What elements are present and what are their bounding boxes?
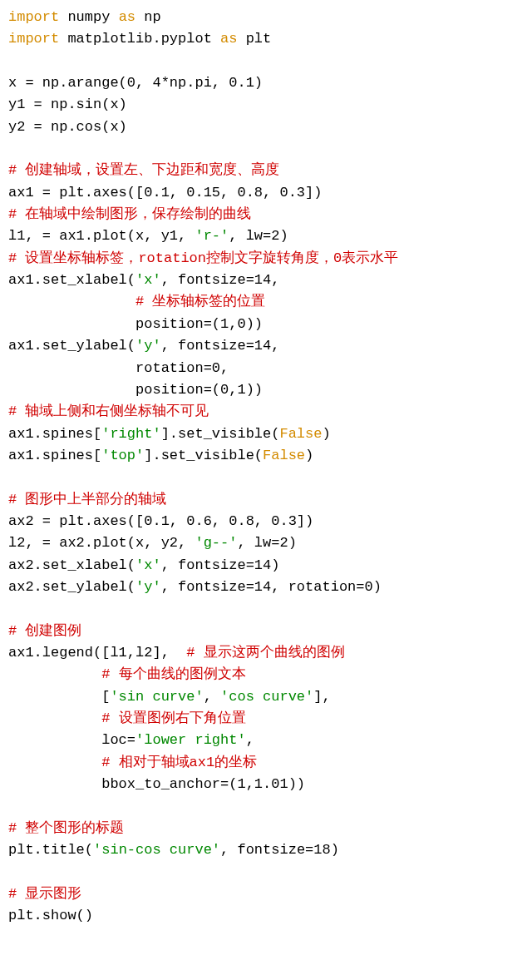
string-token: 'g--' xyxy=(195,535,237,551)
code-token: ].set_visible( xyxy=(161,426,280,442)
code-token: ], xyxy=(313,689,330,705)
code-token: np xyxy=(135,9,161,25)
code-token: ax1.spines[ xyxy=(8,426,101,442)
code-token: plt xyxy=(237,31,271,47)
comment-token: # 图形中上半部分的轴域 xyxy=(8,492,166,507)
code-token: l1, = ax1.plot(x, y1, xyxy=(8,228,195,244)
code-token: , fontsize=14, xyxy=(161,272,280,288)
code-token: loc= xyxy=(8,732,135,748)
string-token: 'r-' xyxy=(195,228,229,244)
string-token: 'y' xyxy=(135,338,161,354)
code-token: y2 = np.cos(x) xyxy=(8,119,127,135)
comment-token: # 创建轴域，设置左、下边距和宽度、高度 xyxy=(8,162,279,178)
code-token: , fontsize=14) xyxy=(161,557,280,573)
code-token xyxy=(8,666,101,682)
string-token: 'sin-cos curve' xyxy=(93,842,220,858)
comment-token: # 创建图例 xyxy=(8,623,81,639)
string-token: 'top' xyxy=(101,448,144,463)
code-token: , fontsize=18) xyxy=(220,842,339,858)
code-token: ].set_visible( xyxy=(144,448,263,463)
comment-token: # 显示图形 xyxy=(8,886,81,902)
code-token: ax2 = plt.axes([0.1, 0.6, 0.8, 0.3]) xyxy=(8,513,313,529)
keyword-token: import xyxy=(8,31,59,47)
comment-token: # 设置坐标轴标签，rotation控制文字旋转角度，0表示水平 xyxy=(8,250,398,266)
code-token: matplotlib.pyplot xyxy=(59,31,220,47)
code-token: ax1 = plt.axes([0.1, 0.15, 0.8, 0.3]) xyxy=(8,185,322,200)
code-token: position=(0,1)) xyxy=(8,382,263,398)
comment-token: # 显示这两个曲线的图例 xyxy=(186,645,344,661)
code-token: [ xyxy=(8,689,110,705)
code-token: ax2.set_xlabel( xyxy=(8,557,135,573)
code-token: x = np.arange(0, 4*np.pi, 0.1) xyxy=(8,75,263,91)
code-token: ) xyxy=(305,448,313,463)
code-token: rotation=0, xyxy=(8,360,229,376)
string-token: 'cos curve' xyxy=(220,689,313,705)
keyword-token: import xyxy=(8,9,59,25)
string-token: 'y' xyxy=(135,579,161,595)
keyword-token: as xyxy=(220,31,237,47)
code-token: ax1.set_ylabel( xyxy=(8,338,135,354)
code-token: ) xyxy=(322,426,330,442)
constant-token: False xyxy=(263,448,305,463)
code-token: plt.show() xyxy=(8,908,93,923)
code-token: plt.title( xyxy=(8,842,93,858)
comment-token: # 坐标轴标签的位置 xyxy=(135,294,265,309)
code-token: position=(1,0)) xyxy=(8,316,263,332)
comment-token: # 相对于轴域ax1的坐标 xyxy=(101,755,257,770)
code-token: ax1.set_xlabel( xyxy=(8,272,135,288)
code-token: ax1.spines[ xyxy=(8,448,101,463)
code-token: numpy xyxy=(59,9,118,25)
comment-token: # 整个图形的标题 xyxy=(8,820,124,836)
code-token: , xyxy=(246,732,254,748)
code-token: , fontsize=14, rotation=0) xyxy=(161,579,382,595)
comment-token: # 在轴域中绘制图形，保存绘制的曲线 xyxy=(8,206,251,222)
string-token: 'lower right' xyxy=(135,732,246,748)
keyword-token: as xyxy=(119,9,135,25)
code-token: , lw=2) xyxy=(229,228,288,244)
code-token xyxy=(8,755,101,770)
code-token: l2, = ax2.plot(x, y2, xyxy=(8,535,195,551)
constant-token: False xyxy=(279,426,322,442)
string-token: 'x' xyxy=(135,557,161,573)
string-token: 'right' xyxy=(101,426,160,442)
string-token: 'sin curve' xyxy=(110,689,203,705)
code-token: bbox_to_anchor=(1,1.01)) xyxy=(8,776,305,792)
code-token: , lw=2) xyxy=(237,535,296,551)
code-block: import numpy as np import matplotlib.pyp… xyxy=(8,7,524,927)
code-token xyxy=(8,294,135,309)
code-token: ax1.legend([l1,l2], xyxy=(8,645,186,661)
code-token xyxy=(8,710,101,726)
string-token: 'x' xyxy=(135,272,161,288)
comment-token: # 每个曲线的图例文本 xyxy=(101,666,245,682)
code-token: ax2.set_ylabel( xyxy=(8,579,135,595)
code-token: , fontsize=14, xyxy=(161,338,280,354)
comment-token: # 轴域上侧和右侧坐标轴不可见 xyxy=(8,403,209,419)
comment-token: # 设置图例右下角位置 xyxy=(101,710,245,726)
code-token: , xyxy=(204,689,220,705)
code-token: y1 = np.sin(x) xyxy=(8,97,127,112)
